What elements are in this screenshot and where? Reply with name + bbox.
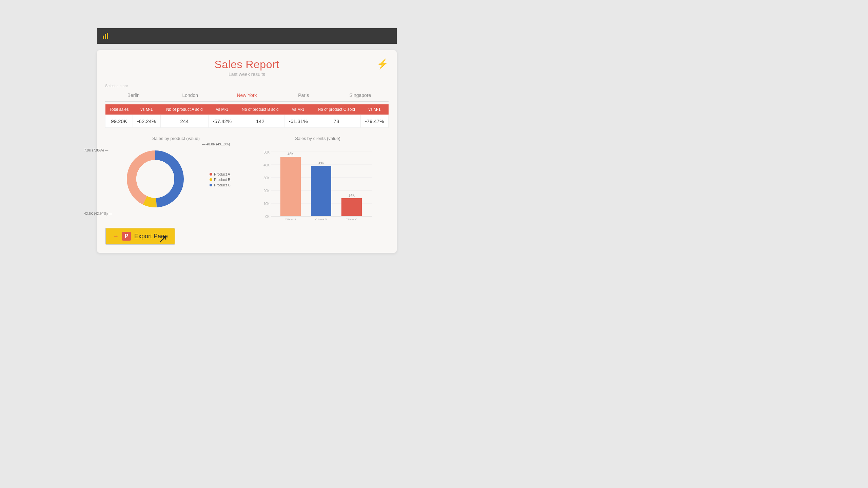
col-vs-m1-2: vs M-1 — [209, 104, 236, 115]
city-tab-paris[interactable]: Paris — [275, 90, 332, 101]
data-table: Total sales vs M-1 Nb of product A sold … — [105, 104, 389, 128]
export-button-label: Export Page — [134, 233, 168, 240]
donut-chart-container: Sales by product (value) — [105, 133, 247, 222]
col-vs-m1-3: vs M-1 — [284, 104, 312, 115]
donut-label-b: 7.8K (7.86%) — — [84, 148, 108, 152]
col-vs-m1-4: vs M-1 — [361, 104, 389, 115]
col-total-sales: Total sales — [105, 104, 133, 115]
bar-client-a — [280, 157, 301, 216]
col-nb-product-a: Nb of product A sold — [160, 104, 208, 115]
legend-dot-c — [210, 184, 212, 186]
svg-rect-2 — [107, 33, 108, 39]
report-title: Sales Report — [105, 58, 389, 71]
col-nb-product-b: Nb of product B sold — [236, 104, 284, 115]
legend-item-a: Product A — [210, 172, 231, 176]
cell-nb-product-c: 78 — [312, 115, 361, 128]
main-card: Sales Report Last week results ⚡ Select … — [97, 50, 397, 253]
bar-chart-svg: 0K 10K 20K 30K 40K 50K 46K — [250, 145, 386, 220]
bar-chart-container: Sales by clients (value) 0K 10K 20K 30K … — [247, 133, 389, 222]
svg-rect-0 — [103, 36, 104, 39]
cell-vs-m1-4: -79.47% — [361, 115, 389, 128]
table-row: 99.20K -62.24% 244 -57.42% 142 -61.31% 7… — [105, 115, 389, 128]
svg-text:20K: 20K — [263, 189, 270, 193]
bar-client-c — [341, 198, 362, 216]
svg-text:46K: 46K — [288, 152, 294, 156]
cell-vs-m1-3: -61.31% — [284, 115, 312, 128]
donut-label-c: — 48.8K (49.19%) — [202, 142, 230, 146]
cell-vs-m1-1: -62.24% — [133, 115, 160, 128]
svg-point-6 — [136, 160, 174, 198]
donut-legend: Product A Product B Product C — [210, 172, 231, 187]
col-nb-product-c: Nb of product C sold — [312, 104, 361, 115]
bar-client-b — [311, 166, 331, 216]
donut-label-a: 42.6K (42.94%) — — [84, 212, 112, 216]
select-store-label: Select a store — [105, 84, 389, 88]
charts-row: Sales by product (value) — [105, 133, 389, 222]
svg-text:39K: 39K — [318, 161, 324, 165]
chart-icon — [102, 32, 110, 40]
city-tab-london[interactable]: London — [162, 90, 218, 101]
city-tab-newyork[interactable]: New York — [218, 90, 275, 101]
cell-total-sales: 99.20K — [105, 115, 133, 128]
cell-vs-m1-2: -57.42% — [209, 115, 236, 128]
export-page-button[interactable]: → P Export Page — [105, 228, 175, 245]
export-section: → P Export Page ↗ — [105, 222, 389, 245]
export-p-icon: P — [122, 232, 131, 241]
legend-item-b: Product B — [210, 178, 231, 182]
legend-label-b: Product B — [214, 178, 230, 182]
export-arrow-icon: → — [113, 233, 119, 240]
svg-text:50K: 50K — [263, 150, 270, 154]
svg-text:40K: 40K — [263, 163, 270, 167]
legend-label-c: Product C — [214, 183, 231, 187]
city-selector: Select a store Berlin London New York Pa… — [105, 84, 389, 102]
svg-text:14K: 14K — [349, 194, 355, 197]
cell-nb-product-a: 244 — [160, 115, 208, 128]
svg-rect-1 — [105, 34, 106, 39]
city-tab-singapore[interactable]: Singapore — [332, 90, 389, 101]
col-vs-m1-1: vs M-1 — [133, 104, 160, 115]
legend-dot-a — [210, 173, 212, 176]
svg-text:Client A: Client A — [285, 218, 297, 220]
report-subtitle: Last week results — [105, 72, 389, 77]
donut-chart-svg — [121, 145, 189, 213]
city-tabs: Berlin London New York Paris Singapore — [105, 90, 389, 102]
svg-text:0K: 0K — [265, 215, 270, 219]
donut-chart-title: Sales by product (value) — [108, 136, 244, 141]
bar-chart-title: Sales by clients (value) — [250, 136, 386, 141]
city-tab-berlin[interactable]: Berlin — [105, 90, 162, 101]
legend-label-a: Product A — [214, 172, 230, 176]
lightning-icon: ⚡ — [377, 58, 389, 69]
svg-text:10K: 10K — [263, 202, 270, 206]
legend-dot-b — [210, 178, 212, 181]
legend-item-c: Product C — [210, 183, 231, 187]
bar-chart-area: 0K 10K 20K 30K 40K 50K 46K — [250, 145, 386, 220]
svg-text:Client C: Client C — [346, 218, 358, 220]
svg-text:30K: 30K — [263, 176, 270, 180]
topbar — [97, 28, 397, 44]
title-section: Sales Report Last week results ⚡ — [105, 58, 389, 77]
cell-nb-product-b: 142 — [236, 115, 284, 128]
svg-text:Client B: Client B — [315, 218, 327, 220]
